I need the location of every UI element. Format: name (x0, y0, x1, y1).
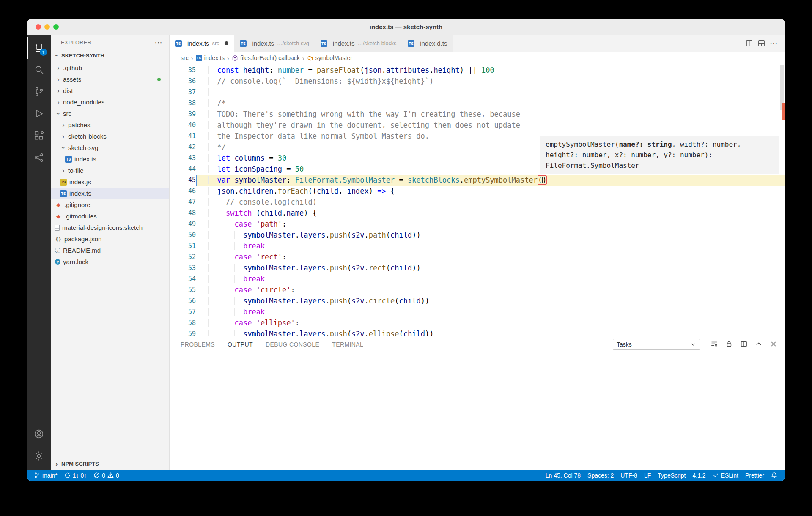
tree-item-.gitmodules[interactable]: ◆.gitmodules (51, 210, 169, 222)
tree-item-yarn.lock[interactable]: yyarn.lock (51, 256, 169, 268)
tree-item-assets[interactable]: ›assets (51, 74, 169, 85)
code-line-45[interactable]: 45 var symbolMaster: FileFormat.SymbolMa… (170, 175, 785, 186)
activity-references-button[interactable] (27, 147, 51, 169)
git-sync-status[interactable]: 1↓ 0↑ (61, 470, 90, 481)
line-number: 55 (170, 284, 196, 295)
code-line-48[interactable]: 48 switch (child.name) { (170, 207, 785, 218)
activity-source-control-button[interactable] (27, 81, 51, 103)
status-prettier[interactable]: Prettier (742, 472, 768, 479)
line-content: break (196, 306, 785, 317)
panel-tab-terminal[interactable]: TERMINAL (332, 336, 363, 352)
activity-explorer-button[interactable]: 1 (27, 37, 51, 59)
code-editor[interactable]: 35 const height: number = parseFloat(jso… (170, 64, 785, 336)
branch-icon (34, 472, 40, 478)
activity-badge: 1 (40, 49, 47, 56)
breadcrumb-label: index.ts (204, 55, 225, 61)
status-utf-8[interactable]: UTF-8 (617, 472, 641, 479)
output-panel-content[interactable] (170, 352, 785, 470)
activity-settings-button[interactable] (27, 445, 51, 467)
breadcrumb-src[interactable]: src (181, 55, 189, 61)
git-branch-status[interactable]: main* (30, 470, 61, 481)
activity-run-debug-button[interactable] (27, 103, 51, 125)
status-lf[interactable]: LF (641, 472, 654, 479)
code-line-59[interactable]: 59 symbolMaster.layers.push(s2v.ellipse(… (170, 328, 785, 336)
problems-status[interactable]: 00 (90, 470, 123, 481)
tree-item-index.js[interactable]: JSindex.js (51, 176, 169, 188)
activity-search-button[interactable] (27, 59, 51, 81)
code-line-58[interactable]: 58 case 'ellipse': (170, 317, 785, 328)
code-line-40[interactable]: 40 although they're drawn in the documen… (170, 120, 785, 131)
status-ln-45-col-78[interactable]: Ln 45, Col 78 (542, 472, 584, 479)
code-line-50[interactable]: 50 symbolMaster.layers.push(s2v.path(chi… (170, 229, 785, 240)
tree-item-index.ts[interactable]: TSindex.ts (51, 153, 169, 165)
close-panel-icon (770, 340, 777, 348)
code-line-52[interactable]: 52 case 'rect': (170, 251, 785, 262)
sidebar-more-actions-icon[interactable]: ⋯ (155, 41, 163, 45)
code-line-36[interactable]: 36 // console.log(` Dimensions: ${width}… (170, 76, 785, 87)
tree-item-index.ts[interactable]: TSindex.ts (51, 188, 169, 199)
close-panel-button[interactable] (770, 340, 778, 349)
tree-item-README.md[interactable]: iREADME.md (51, 245, 169, 256)
breadcrumb-symbolMaster[interactable]: symbolMaster (307, 55, 352, 61)
status-eslint[interactable]: ESLint (709, 472, 742, 479)
activity-account-button[interactable] (27, 423, 51, 445)
lock-button[interactable] (725, 340, 734, 349)
editor-tab-index.ts[interactable]: TSindex.ts…/sketch-blocks (315, 35, 402, 52)
code-line-51[interactable]: 51 break (170, 240, 785, 251)
tree-item-patches[interactable]: ›patches (51, 119, 169, 131)
split-editor-icon[interactable] (745, 39, 753, 47)
tree-item-src[interactable]: ›src (51, 108, 169, 119)
breadcrumb-index-ts[interactable]: TSindex.ts (196, 55, 225, 61)
clear-output-button[interactable] (710, 340, 719, 349)
npm-scripts-section[interactable]: › NPM SCRIPTS (51, 458, 169, 470)
open-in-editor-button[interactable] (740, 340, 749, 349)
code-line-38[interactable]: 38 /* (170, 98, 785, 109)
zoom-window-button[interactable] (53, 24, 59, 30)
tree-item-dist[interactable]: ›dist (51, 85, 169, 96)
editor-layout-icon[interactable] (757, 39, 765, 47)
maximize-panel-button[interactable] (755, 340, 763, 349)
output-channel-select[interactable]: Tasks (613, 339, 700, 350)
status-4-1-2[interactable]: 4.1.2 (689, 472, 709, 479)
tree-item-material-design-icons.sketch[interactable]: material-design-icons.sketch (51, 222, 169, 233)
workspace-section-header[interactable]: › SKETCH-SYNTH (51, 50, 169, 60)
panel-tab-debug-console[interactable]: DEBUG CONSOLE (266, 336, 319, 352)
tree-item-.gitignore[interactable]: ◆.gitignore (51, 199, 169, 210)
tree-item-sketch-blocks[interactable]: ›sketch-blocks (51, 131, 169, 142)
code-line-47[interactable]: 47 // console.log(child) (170, 197, 785, 207)
code-line-54[interactable]: 54 break (170, 273, 785, 284)
activity-extensions-button[interactable] (27, 125, 51, 147)
tree-item-to-file[interactable]: ›to-file (51, 165, 169, 176)
code-line-49[interactable]: 49 case 'path': (170, 218, 785, 229)
code-line-56[interactable]: 56 symbolMaster.layers.push(s2v.circle(c… (170, 295, 785, 306)
status-typescript[interactable]: TypeScript (654, 472, 689, 479)
tree-item-.github[interactable]: ›.github (51, 62, 169, 74)
tree-item-sketch-svg[interactable]: ›sketch-svg (51, 142, 169, 153)
tree-item-node_modules[interactable]: ›node_modules (51, 96, 169, 108)
code-line-46[interactable]: 46 json.children.forEach((child, index) … (170, 186, 785, 197)
editor-tab-index.ts[interactable]: TSindex.tssrc (170, 35, 234, 52)
code-line-39[interactable]: 39 TODO: There's something wrong with th… (170, 109, 785, 120)
close-window-button[interactable] (36, 24, 41, 30)
code-line-53[interactable]: 53 symbolMaster.layers.push(s2v.rect(chi… (170, 262, 785, 273)
breadcrumb-files-forEach-callback[interactable]: files.forEach() callback (232, 55, 300, 61)
line-content (196, 87, 785, 98)
panel-tab-output[interactable]: OUTPUT (228, 336, 253, 352)
code-line-57[interactable]: 57 break (170, 306, 785, 317)
editor-tab-index.d.ts[interactable]: TSindex.d.ts (402, 35, 453, 52)
minimize-window-button[interactable] (44, 24, 50, 30)
tree-item-package.json[interactable]: {}package.json (51, 233, 169, 245)
search-icon (33, 64, 44, 75)
editor-tab-index.ts[interactable]: TSindex.ts…/sketch-svg (234, 35, 315, 52)
status-spaces-2[interactable]: Spaces: 2 (584, 472, 617, 479)
code-line-35[interactable]: 35 const height: number = parseFloat(jso… (170, 65, 785, 76)
more-actions-icon[interactable]: ⋯ (770, 38, 778, 48)
typescript-icon: TS (196, 55, 202, 61)
status-label: main* (42, 472, 58, 479)
code-line-37[interactable]: 37 (170, 87, 785, 98)
panel-tab-problems[interactable]: PROBLEMS (181, 336, 215, 352)
status-bell[interactable] (768, 472, 781, 478)
ts-file-icon: TS (60, 190, 67, 197)
code-line-55[interactable]: 55 case 'circle': (170, 284, 785, 295)
bottom-panel: PROBLEMSOUTPUTDEBUG CONSOLETERMINAL Task… (170, 336, 785, 470)
